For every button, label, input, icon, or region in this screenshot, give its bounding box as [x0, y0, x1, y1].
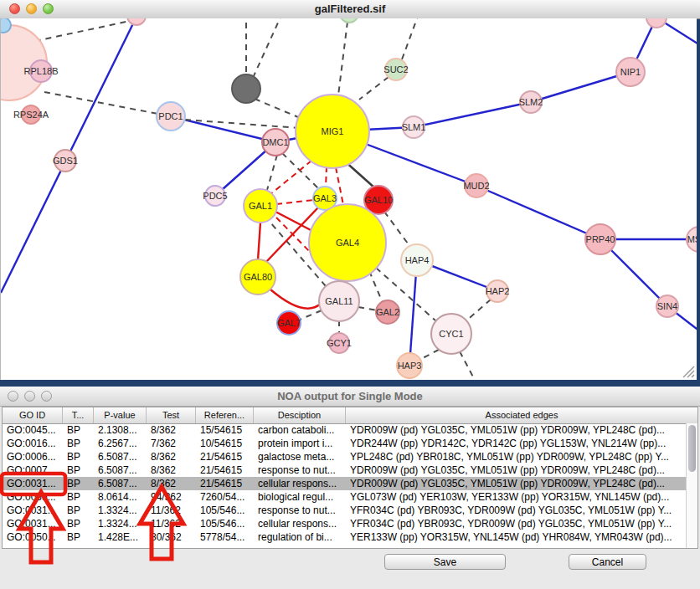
column-header-type[interactable]: T...	[63, 407, 94, 423]
column-header-reference[interactable]: Referen...	[196, 407, 254, 423]
node-unlabeled[interactable]	[646, 18, 667, 28]
table-row[interactable]: GO:0031...BP6.5087...8/36221/54615cellul…	[3, 477, 686, 490]
noa-window: NOA output for Single Mode GO ID T... P-…	[0, 387, 700, 589]
cell-test: 94/362	[147, 490, 196, 504]
table-header-row[interactable]: GO ID T... P-value Test Referen... Desci…	[3, 407, 697, 424]
node-gal11[interactable]	[319, 281, 359, 321]
edge-pp[interactable]	[414, 102, 531, 127]
edge-pd[interactable]	[460, 351, 476, 380]
node-slm2[interactable]	[520, 91, 542, 113]
table-row[interactable]: GO:0050...BP1.428E...80/3625778/54...reg…	[3, 530, 686, 544]
edge-pd[interactable]	[267, 155, 277, 190]
edge-red-dash[interactable]	[270, 161, 311, 195]
node-slm1[interactable]	[403, 116, 425, 138]
cell-p-value: 6.5087...	[94, 464, 147, 477]
cell-go-id: GO:0065...	[3, 490, 63, 504]
edge-pd[interactable]	[359, 77, 389, 100]
node-rps24a[interactable]	[22, 105, 40, 124]
node-gal2[interactable]	[376, 300, 399, 324]
node-gal80[interactable]	[240, 259, 275, 294]
column-header-test[interactable]: Test	[147, 407, 196, 423]
node-gal7[interactable]	[277, 311, 301, 335]
node-gal4[interactable]	[309, 204, 386, 281]
node-gds1[interactable]	[54, 150, 76, 172]
cell-edges: YFR034C (pd) YBR093C, YDR009W (pd) YGL03…	[346, 517, 686, 530]
node-hap4[interactable]	[401, 244, 433, 276]
node-gcy1[interactable]	[329, 333, 349, 353]
edge-pd[interactable]	[384, 212, 410, 247]
column-header-description[interactable]: Desciption	[254, 407, 346, 423]
edge-pd[interactable]	[338, 22, 347, 95]
resize-grip-icon[interactable]	[682, 365, 695, 378]
node-hap3[interactable]	[397, 353, 422, 378]
edge-pd[interactable]	[253, 18, 283, 78]
edge-pp[interactable]	[531, 72, 631, 102]
edge-pd[interactable]	[358, 307, 377, 310]
table-row[interactable]: GO:0045...BP2.1308...8/36215/54615carbon…	[3, 423, 686, 437]
node-mud2[interactable]	[465, 174, 488, 197]
edge-pd[interactable]	[44, 92, 171, 116]
edge-pd[interactable]	[255, 99, 304, 120]
node-unlabeled[interactable]	[127, 18, 146, 25]
edge-pp[interactable]	[476, 186, 600, 239]
noa-window-titlebar[interactable]: NOA output for Single Mode	[0, 387, 700, 407]
column-header-associated-edges[interactable]: Associated edges	[346, 407, 697, 423]
node-dmc1[interactable]	[262, 129, 289, 156]
node-sin4[interactable]	[656, 295, 678, 317]
node-hap2[interactable]	[486, 280, 508, 302]
table-row[interactable]: GO:0006...BP6.5087...8/36221/54615galact…	[3, 450, 686, 464]
cell-go-id: GO:0050...	[3, 530, 63, 544]
node-unlabeled[interactable]	[1, 18, 11, 33]
network-window-titlebar[interactable]: galFiltered.sif	[0, 0, 700, 19]
node-msl5[interactable]	[687, 227, 697, 252]
edge-pd[interactable]	[369, 271, 383, 303]
edge-red-dash[interactable]	[276, 200, 314, 204]
cell-p-value: 1.428E...	[94, 530, 147, 544]
cell-reference: 21/54615	[196, 450, 254, 464]
edge-red[interactable]	[270, 289, 321, 309]
node-prp40[interactable]	[585, 224, 615, 254]
cell-description: cellular respons...	[254, 477, 346, 490]
cell-type: BP	[63, 504, 94, 517]
edge-pd[interactable]	[300, 310, 322, 320]
node-nip1[interactable]	[616, 58, 645, 86]
edge-pd[interactable]	[402, 18, 419, 59]
vertical-scrollbar[interactable]	[686, 423, 697, 548]
node-unlabeled[interactable]	[340, 18, 358, 23]
node-rpl18b[interactable]	[30, 60, 52, 82]
table-row[interactable]: GO:0031...BP1.3324...11/362105/546...cel…	[3, 517, 686, 530]
edge-pd[interactable]	[24, 18, 172, 44]
node-cyc1[interactable]	[431, 314, 471, 354]
edge-red-dash[interactable]	[326, 166, 327, 187]
network-svg[interactable]: RPL18BRPS24AGDS1PDC1DMC1MIG1SUC2SLM1SLM2…	[1, 18, 697, 380]
cell-description: biological regul...	[254, 490, 346, 504]
save-button[interactable]: Save	[384, 554, 506, 570]
cell-go-id: GO:0031...	[3, 517, 63, 530]
cell-reference: 21/54615	[196, 477, 254, 490]
node-gal1[interactable]	[244, 189, 277, 223]
edge-red[interactable]	[258, 223, 260, 260]
network-canvas[interactable]: RPL18BRPS24AGDS1PDC1DMC1MIG1SUC2SLM1SLM2…	[0, 18, 697, 380]
scrollbar-thumb[interactable]	[688, 425, 696, 472]
column-header-p-value[interactable]: P-value	[94, 407, 147, 423]
table-row[interactable]: GO:0065...BP8.0614...94/3627260/54...bio…	[3, 490, 686, 504]
cancel-button[interactable]: Cancel	[569, 554, 646, 570]
column-header-go-id[interactable]: GO ID	[3, 407, 63, 423]
cell-edges: YDR009W (pd) YGL035C, YML051W (pp) YDR00…	[346, 477, 686, 490]
edge-red[interactable]	[275, 212, 312, 231]
node-unlabeled[interactable]	[232, 74, 260, 103]
edge-pd[interactable]	[419, 350, 439, 360]
cell-test: 8/362	[147, 464, 196, 477]
table-row[interactable]: GO:0016...BP6.2567...7/36210/54615protei…	[3, 437, 686, 450]
node-suc2[interactable]	[385, 59, 407, 80]
table-row[interactable]: GO:0007...BP6.5087...8/36221/54615respon…	[3, 464, 686, 477]
cell-reference: 21/54615	[196, 464, 254, 477]
edge-pd[interactable]	[465, 300, 491, 322]
node-mig1[interactable]	[296, 95, 369, 168]
network-window-title: galFiltered.sif	[0, 0, 700, 18]
noa-window-title: NOA output for Single Mode	[0, 387, 700, 406]
cell-reference: 105/546...	[196, 504, 254, 517]
table-row[interactable]: GO:0031...BP1.3324...11/362105/546...res…	[3, 504, 686, 517]
node-pdc1[interactable]	[157, 102, 185, 131]
node-pdc5[interactable]	[205, 186, 225, 206]
